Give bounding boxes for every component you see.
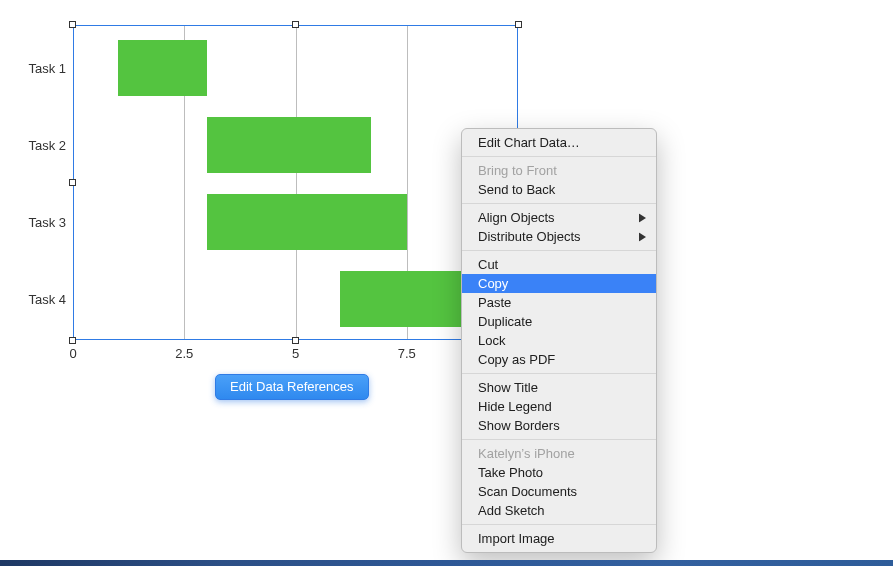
menu-item-take-photo[interactable]: Take Photo [462, 463, 656, 482]
menu-item-label: Align Objects [478, 210, 555, 225]
menu-item-device-header: Katelyn’s iPhone [462, 444, 656, 463]
y-axis-label: Task 4 [18, 292, 66, 307]
menu-item-import-image[interactable]: Import Image [462, 529, 656, 548]
resize-handle-top-left[interactable] [69, 21, 76, 28]
menu-item-lock[interactable]: Lock [462, 331, 656, 350]
menu-item-align-objects[interactable]: Align Objects [462, 208, 656, 227]
resize-handle-bottom-middle[interactable] [292, 337, 299, 344]
menu-item-duplicate[interactable]: Duplicate [462, 312, 656, 331]
resize-handle-bottom-left[interactable] [69, 337, 76, 344]
menu-item-show-borders[interactable]: Show Borders [462, 416, 656, 435]
x-axis-tick: 5 [292, 346, 299, 361]
submenu-chevron-icon [639, 232, 646, 241]
menu-item-send-to-back[interactable]: Send to Back [462, 180, 656, 199]
context-menu: Edit Chart Data… Bring to Front Send to … [461, 128, 657, 553]
menu-item-add-sketch[interactable]: Add Sketch [462, 501, 656, 520]
window-bottom-strip [0, 560, 893, 566]
menu-separator [462, 373, 656, 374]
x-axis-tick: 2.5 [175, 346, 193, 361]
menu-separator [462, 439, 656, 440]
y-axis-label: Task 1 [18, 61, 66, 76]
chart-bar-task1 [118, 40, 207, 96]
chart-object[interactable]: Task 1 Task 2 Task 3 Task 4 0 2.5 5 7.5 [73, 25, 518, 340]
y-axis-label: Task 3 [18, 215, 66, 230]
menu-item-distribute-objects[interactable]: Distribute Objects [462, 227, 656, 246]
menu-item-bring-to-front: Bring to Front [462, 161, 656, 180]
menu-item-scan-documents[interactable]: Scan Documents [462, 482, 656, 501]
menu-separator [462, 203, 656, 204]
menu-item-copy[interactable]: Copy [462, 274, 656, 293]
resize-handle-middle-left[interactable] [69, 179, 76, 186]
y-axis-label: Task 2 [18, 138, 66, 153]
menu-item-label: Distribute Objects [478, 229, 581, 244]
menu-item-edit-chart-data[interactable]: Edit Chart Data… [462, 133, 656, 152]
resize-handle-top-right[interactable] [515, 21, 522, 28]
chart-bar-task2 [207, 117, 372, 173]
submenu-chevron-icon [639, 213, 646, 222]
menu-separator [462, 156, 656, 157]
edit-data-references-button[interactable]: Edit Data References [215, 374, 369, 400]
menu-separator [462, 250, 656, 251]
menu-item-hide-legend[interactable]: Hide Legend [462, 397, 656, 416]
chart-plot-area: Task 1 Task 2 Task 3 Task 4 0 2.5 5 7.5 [73, 25, 518, 340]
menu-item-paste[interactable]: Paste [462, 293, 656, 312]
menu-separator [462, 524, 656, 525]
menu-item-copy-as-pdf[interactable]: Copy as PDF [462, 350, 656, 369]
x-axis-tick: 0 [69, 346, 76, 361]
menu-item-show-title[interactable]: Show Title [462, 378, 656, 397]
menu-item-cut[interactable]: Cut [462, 255, 656, 274]
x-axis-tick: 7.5 [398, 346, 416, 361]
chart-bar-task3 [207, 194, 407, 250]
resize-handle-top-middle[interactable] [292, 21, 299, 28]
